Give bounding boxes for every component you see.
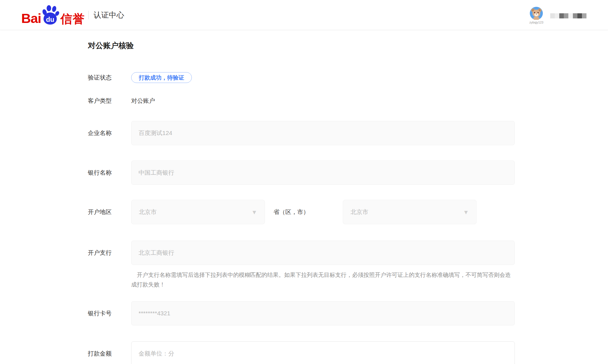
bank-branch-input[interactable] xyxy=(131,241,515,265)
user-avatar[interactable] xyxy=(530,7,543,20)
bank-branch-label: 开户支行 xyxy=(88,249,131,257)
city-select-value: 北京市 xyxy=(350,208,368,216)
chevron-down-icon: ▼ xyxy=(463,209,469,215)
censored-text xyxy=(550,13,586,18)
header-title: 认证中心 xyxy=(93,10,124,20)
payment-amount-input[interactable] xyxy=(131,341,515,364)
username-label: zybqjy123 xyxy=(529,21,543,24)
payment-amount-row: 打款金额 xyxy=(88,341,608,364)
svg-text:du: du xyxy=(46,16,54,23)
logo-text-brand: 信誉 xyxy=(60,13,85,25)
status-badge: 打款成功，待验证 xyxy=(131,72,192,83)
customer-type-value: 对公账户 xyxy=(131,97,155,105)
logo-text-bai: Bai xyxy=(21,12,41,25)
baidu-paw-icon: du xyxy=(41,5,59,25)
user-menu[interactable]: zybqjy123 xyxy=(529,7,543,24)
company-name-label: 企业名称 xyxy=(88,129,131,137)
customer-type-row: 客户类型 对公账户 xyxy=(88,97,608,105)
verification-form: 对公账户核验 验证状态 打款成功，待验证 客户类型 对公账户 企业名称 银行名称… xyxy=(0,30,608,364)
card-number-input[interactable] xyxy=(131,301,515,326)
company-name-input[interactable] xyxy=(131,121,515,145)
branch-help-text: 开户支行名称需填写后选择下拉列表中的模糊匹配的结果。如果下拉列表无目标支行，必须… xyxy=(131,270,515,289)
card-number-label: 银行卡号 xyxy=(88,309,131,317)
province-select-value: 北京市 xyxy=(139,208,157,216)
app-header: Bai du 信誉 认证中心 zybqjy123 xyxy=(0,0,608,30)
bank-name-input[interactable] xyxy=(131,160,515,185)
customer-type-label: 客户类型 xyxy=(88,97,131,105)
header-divider xyxy=(88,11,89,19)
page-title: 对公账户核验 xyxy=(88,41,608,50)
baidu-xinyu-logo[interactable]: Bai du 信誉 xyxy=(21,5,85,25)
bank-name-label: 银行名称 xyxy=(88,169,131,177)
payment-amount-label: 打款金额 xyxy=(88,350,131,357)
city-select[interactable]: 北京市 ▼ xyxy=(343,200,477,224)
bank-branch-row: 开户支行 xyxy=(88,241,608,265)
verify-status-label: 验证状态 xyxy=(88,74,131,82)
bank-region-label: 开户地区 xyxy=(88,208,131,216)
verify-status-row: 验证状态 打款成功，待验证 xyxy=(88,72,608,83)
bank-branch-help-row: 开户支行名称需填写后选择下拉列表中的模糊匹配的结果。如果下拉列表无目标支行，必须… xyxy=(88,270,608,289)
card-number-row: 银行卡号 xyxy=(88,301,608,326)
chevron-down-icon: ▼ xyxy=(251,209,257,215)
company-name-row: 企业名称 xyxy=(88,121,608,145)
bank-region-row: 开户地区 北京市 ▼ 省（区，市） 北京市 ▼ xyxy=(88,200,608,224)
province-select[interactable]: 北京市 ▼ xyxy=(131,200,265,224)
region-hint-label: 省（区，市） xyxy=(273,208,343,216)
bank-name-row: 银行名称 xyxy=(88,160,608,185)
